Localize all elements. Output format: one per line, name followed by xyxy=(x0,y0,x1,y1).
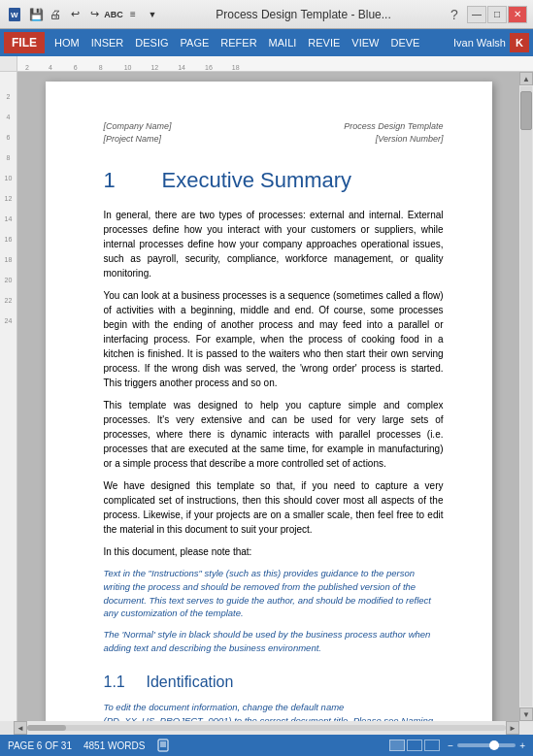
doc-header: [Company Name] [Project Name] Process De… xyxy=(104,120,444,146)
title-bar: W 💾 🖨 ↩ ↪ ABC ≡ ▼ Process Design Templat… xyxy=(0,0,533,29)
paragraph-2: You can look at a business processes is … xyxy=(104,288,444,390)
title-bar-controls: — □ ✕ xyxy=(467,6,527,23)
save-icon[interactable]: 💾 xyxy=(27,6,45,23)
close-button[interactable]: ✕ xyxy=(508,6,527,23)
customize-icon[interactable]: ≡ xyxy=(124,6,142,23)
dropdown-icon[interactable]: ▼ xyxy=(144,6,161,23)
instructions-text-1: Text in the "Instructions" style (such a… xyxy=(104,567,444,620)
paragraph-1: In general, there are two types of proce… xyxy=(104,208,444,280)
horizontal-scrollbar[interactable]: ◄ ► xyxy=(0,721,533,735)
tab-view[interactable]: VIEW xyxy=(346,32,384,53)
header-left: [Company Name] [Project Name] xyxy=(104,120,172,146)
doc-icon xyxy=(156,739,170,752)
scroll-thumb[interactable] xyxy=(520,91,532,130)
vertical-scrollbar[interactable]: ▲ ▼ xyxy=(519,72,533,721)
file-tab[interactable]: FILE xyxy=(4,32,45,53)
zoom-control[interactable]: − + xyxy=(448,740,525,751)
svg-rect-2 xyxy=(158,740,168,751)
svg-text:W: W xyxy=(11,11,18,19)
vertical-ruler: 2 4 6 8 10 12 14 16 18 20 22 24 xyxy=(0,72,17,721)
instructions-label: In this document, please note that: xyxy=(104,544,444,559)
tab-maili[interactable]: MAILI xyxy=(263,32,303,53)
zoom-track[interactable] xyxy=(457,743,516,747)
h2-1-text: Identification xyxy=(147,671,234,693)
header-right: Process Design Template [Version Number] xyxy=(344,120,443,146)
redo-icon[interactable]: ↪ xyxy=(85,6,103,23)
user-avatar-k: K xyxy=(510,33,529,52)
h-scroll-thumb[interactable] xyxy=(27,725,66,731)
help-icon[interactable]: ? xyxy=(446,6,463,23)
word-icon: W xyxy=(6,6,23,23)
document-stats-icons xyxy=(156,739,170,752)
scroll-right-button[interactable]: ► xyxy=(506,721,519,735)
version-number: [Version Number] xyxy=(344,133,443,146)
heading-1-1: 1.1 Identification xyxy=(104,671,444,693)
zoom-plus[interactable]: + xyxy=(519,740,525,751)
scroll-down-button[interactable]: ▼ xyxy=(519,707,533,721)
instructions-text-2: The 'Normal' style in black should be us… xyxy=(104,628,444,655)
web-layout-button[interactable] xyxy=(407,740,422,751)
read-mode-button[interactable] xyxy=(424,740,440,751)
zoom-thumb[interactable] xyxy=(489,740,499,750)
company-name: [Company Name] xyxy=(104,120,172,133)
horizontal-ruler: 2 4 6 8 10 12 14 16 18 xyxy=(17,56,533,72)
document-scroll-area[interactable]: [Company Name] [Project Name] Process De… xyxy=(17,72,519,721)
content-area: 2 4 6 8 10 12 14 16 18 20 22 24 [Company… xyxy=(0,72,533,721)
header-doc-title: Process Design Template xyxy=(344,120,443,133)
title-bar-icons: W xyxy=(6,6,23,23)
tab-page[interactable]: PAGE xyxy=(175,32,216,53)
ruler-corner xyxy=(0,56,17,72)
spellcheck-icon[interactable]: ABC xyxy=(105,6,122,23)
scroll-left-button[interactable]: ◄ xyxy=(14,721,27,735)
word-count: 4851 WORDS xyxy=(83,740,145,751)
ribbon-user: Ivan Walsh K xyxy=(453,33,529,52)
scroll-up-button[interactable]: ▲ xyxy=(519,72,533,85)
user-name: Ivan Walsh xyxy=(453,37,506,49)
print-icon[interactable]: 🖨 xyxy=(47,6,64,23)
tab-deve[interactable]: DEVE xyxy=(384,32,425,53)
tab-inser[interactable]: INSER xyxy=(85,32,130,53)
paragraph-4: We have designed this template so that, … xyxy=(104,478,444,537)
zoom-minus[interactable]: − xyxy=(448,740,453,751)
document-page: [Company Name] [Project Name] Process De… xyxy=(46,82,492,721)
ribbon: FILE HOM INSER DESIG PAGE REFER MAILI RE… xyxy=(0,29,533,56)
ribbon-tabs-row: FILE HOM INSER DESIG PAGE REFER MAILI RE… xyxy=(0,29,533,56)
app-wrapper: W 💾 🖨 ↩ ↪ ABC ≡ ▼ Process Design Templat… xyxy=(0,0,533,756)
maximize-button[interactable]: □ xyxy=(487,6,507,23)
title-bar-title: Process Design Template - Blue... xyxy=(165,8,442,21)
h-scroll-track[interactable] xyxy=(27,725,506,731)
tab-revie[interactable]: REVIE xyxy=(302,32,346,53)
status-right: − + xyxy=(389,740,525,751)
paragraph-3: This template was designed to help you c… xyxy=(104,398,444,471)
undo-icon[interactable]: ↩ xyxy=(66,6,83,23)
tab-refer[interactable]: REFER xyxy=(215,32,262,53)
tab-desig[interactable]: DESIG xyxy=(129,32,174,53)
h1-text: Executive Summary xyxy=(162,165,352,196)
quick-access-toolbar: 💾 🖨 ↩ ↪ ABC ≡ ▼ xyxy=(27,5,161,24)
page-info: PAGE 6 OF 31 xyxy=(8,740,72,751)
heading-1: 1 Executive Summary xyxy=(104,165,444,196)
horizontal-ruler-wrapper: 2 4 6 8 10 12 14 16 18 xyxy=(0,56,533,72)
scroll-track[interactable] xyxy=(520,86,532,707)
status-bar: PAGE 6 OF 31 4851 WORDS − + xyxy=(0,735,533,756)
tab-hom[interactable]: HOM xyxy=(49,32,85,53)
view-buttons xyxy=(389,740,440,751)
minimize-button[interactable]: — xyxy=(467,6,486,23)
print-layout-button[interactable] xyxy=(389,740,405,751)
id-instructions: To edit the document information, change… xyxy=(104,701,444,721)
h2-1-number: 1.1 xyxy=(104,671,133,693)
project-name: [Project Name] xyxy=(104,133,172,146)
h1-number: 1 xyxy=(104,165,143,196)
